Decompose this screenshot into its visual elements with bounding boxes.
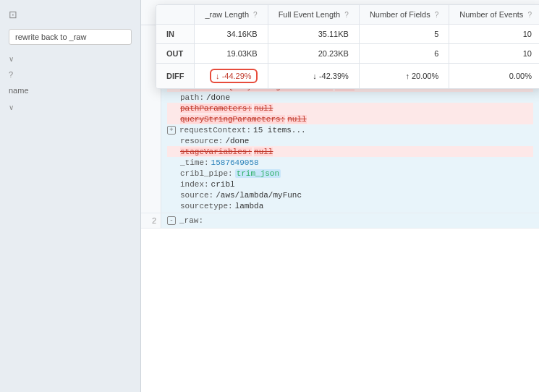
field-index: index: cribl xyxy=(167,179,533,189)
cell-diff-full: ↓ -42.39% xyxy=(268,64,359,89)
expand-box-raw[interactable]: - xyxy=(167,216,176,225)
diff-raw-value: ↓ -44.29% xyxy=(210,69,258,83)
col-header-full-event: Full Event Length ? xyxy=(268,5,359,25)
cell-in-label: IN xyxy=(156,25,195,44)
comp-table-inner: _raw Length ? Full Event Length ? Number… xyxy=(156,5,539,88)
field-time: _time: 1587649058 xyxy=(167,157,533,168)
table-row-out: OUT 19.03KB 20.23KB 6 10 xyxy=(156,44,539,64)
cell-out-label: OUT xyxy=(156,44,195,64)
cell-diff-label: DIFF xyxy=(156,64,195,89)
cell-diff-fields: ↑ 20.00% xyxy=(359,64,449,89)
cell-out-full: 20.23KB xyxy=(268,44,359,64)
table-row-diff: DIFF ↓ -44.29% ↓ -42.39% ↑ 20.00% 0.00% xyxy=(156,64,539,89)
sidebar-item-expand2[interactable]: ∨ xyxy=(0,99,140,116)
field-qsp: queryStringParameters: null xyxy=(167,114,533,124)
comparison-table: _raw Length ? Full Event Length ? Number… xyxy=(156,4,539,89)
field-sourcetype: sourcetype: lambda xyxy=(167,200,533,211)
col-header-num-fields: Number of Fields ? xyxy=(359,5,449,25)
help-icon-full: ? xyxy=(344,11,349,19)
cell-out-fields: 6 xyxy=(359,44,449,64)
left-sidebar: ⊡ rewrite back to _raw ∨ ? name ∨ xyxy=(0,0,141,392)
cell-in-fields: 5 xyxy=(359,25,449,44)
field-resource: resource: /done xyxy=(167,135,533,146)
expand-box-rc[interactable]: + xyxy=(167,126,176,135)
cell-diff-events: 0.00% xyxy=(449,64,539,89)
cell-out-raw: 19.03KB xyxy=(195,44,268,64)
cell-in-events: 10 xyxy=(449,25,539,44)
help-icon-fields: ? xyxy=(435,11,439,19)
col-header-num-events: Number of Events ? xyxy=(449,5,539,25)
cell-out-events: 10 xyxy=(449,44,539,64)
event-number-2: 2 xyxy=(141,213,161,228)
help-icon-raw: ? xyxy=(253,11,258,19)
link-icon[interactable]: ⊡ xyxy=(0,6,140,23)
help-icon-events: ? xyxy=(527,11,532,19)
event-fields-2: - _raw: xyxy=(161,213,539,228)
field-path: path: /done xyxy=(167,92,533,103)
field-pathparams: pathParameters: null xyxy=(167,103,533,114)
field-requestcontext: + requestContext: 15 items... xyxy=(167,124,533,135)
right-panel: json ▦ Select Fields (6 ▸ body: { done :… xyxy=(141,0,539,392)
chevron-down-icon-1: ∨ xyxy=(9,55,14,63)
col-header-raw-length: _raw Length ? xyxy=(195,5,268,25)
chevron-down-icon-2: ∨ xyxy=(9,103,14,111)
cell-in-full: 35.11KB xyxy=(268,25,359,44)
field-stagevars: stageVariables: null xyxy=(167,146,533,157)
sidebar-item-expand1[interactable]: ∨ xyxy=(0,51,140,67)
question-icon: ? xyxy=(9,70,13,79)
field-criblpipe: cribl_pipe: trim_json xyxy=(167,168,533,179)
col-header-empty xyxy=(156,5,195,25)
event-row-2: 2 - _raw: xyxy=(141,213,539,229)
cell-in-raw: 34.16KB xyxy=(195,25,268,44)
question-icon-area: ? xyxy=(0,67,140,82)
field-source: source: /aws/lambda/myFunc xyxy=(167,189,533,200)
field-raw: - _raw: xyxy=(167,215,533,226)
name-label: name xyxy=(0,82,140,99)
main-container: ⊡ rewrite back to _raw ∨ ? name ∨ json ▦… xyxy=(0,0,539,392)
cell-diff-raw: ↓ -44.29% xyxy=(195,64,268,89)
table-row-in: IN 34.16KB 35.11KB 5 10 xyxy=(156,25,539,44)
rewrite-button[interactable]: rewrite back to _raw xyxy=(9,29,132,45)
